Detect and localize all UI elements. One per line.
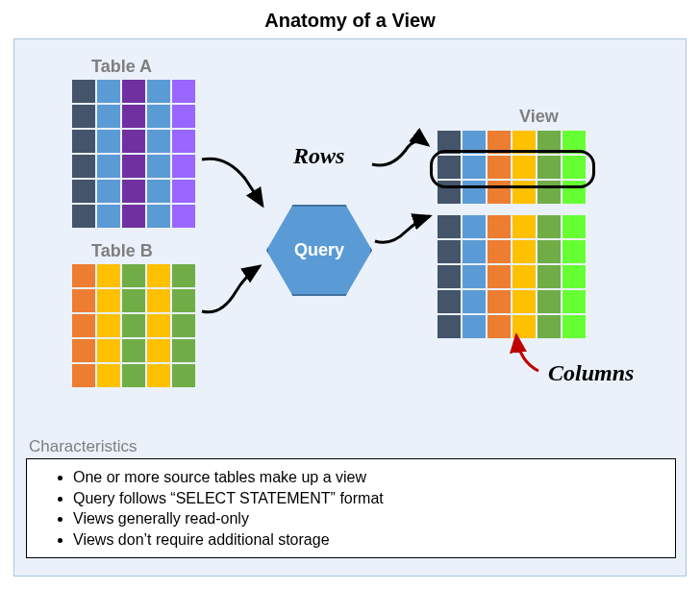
- grid-cell: [562, 240, 586, 263]
- arrow-query-to-view: [372, 212, 439, 260]
- grid-cell: [97, 339, 120, 362]
- grid-cell: [562, 315, 586, 338]
- grid-cell: [97, 264, 120, 287]
- grid-cell: [122, 105, 145, 128]
- grid-cell: [172, 264, 195, 287]
- grid-cell: [72, 105, 95, 128]
- characteristics-item: Views don’t require additional storage: [73, 529, 648, 551]
- grid-cell: [97, 289, 120, 312]
- grid-cell: [147, 105, 170, 128]
- columns-annotation: Columns: [548, 360, 634, 386]
- grid-cell: [122, 264, 145, 287]
- grid-cell: [72, 339, 95, 362]
- grid-cell: [172, 205, 195, 228]
- grid-cell: [147, 205, 170, 228]
- characteristics-box: One or more source tables make up a view…: [26, 458, 676, 558]
- grid-cell: [72, 264, 95, 287]
- arrow-table-b-to-query: [197, 258, 274, 326]
- grid-cell: [97, 205, 120, 228]
- grid-cell: [147, 180, 170, 203]
- grid-cell: [97, 80, 120, 103]
- characteristics-item: One or more source tables make up a view: [73, 467, 648, 488]
- grid-cell: [72, 205, 95, 228]
- grid-cell: [97, 155, 120, 178]
- grid-cell: [72, 155, 95, 178]
- diagram-container: Table A Table B Query View Rows Columns …: [13, 38, 687, 577]
- grid-cell: [97, 105, 120, 128]
- table-a-grid: [72, 80, 195, 228]
- grid-cell: [147, 130, 170, 153]
- grid-cell: [562, 215, 586, 238]
- grid-cell: [562, 290, 586, 313]
- grid-cell: [122, 80, 145, 103]
- grid-cell: [488, 265, 511, 288]
- grid-cell: [122, 289, 145, 312]
- grid-cell: [72, 80, 95, 103]
- grid-cell: [512, 290, 536, 313]
- grid-cell: [462, 265, 486, 288]
- arrow-rows-to-view: [367, 121, 444, 179]
- grid-cell: [538, 240, 561, 263]
- grid-cell: [538, 265, 561, 288]
- grid-cell: [562, 265, 586, 288]
- query-label: Query: [294, 240, 344, 260]
- grid-cell: [462, 315, 486, 338]
- grid-cell: [438, 215, 461, 238]
- characteristics-label: Characteristics: [29, 437, 137, 456]
- table-b-label: Table B: [91, 241, 153, 261]
- grid-cell: [512, 265, 536, 288]
- grid-cell: [172, 180, 195, 203]
- grid-cell: [147, 264, 170, 287]
- grid-cell: [538, 290, 561, 313]
- arrow-table-a-to-query: [197, 150, 274, 227]
- grid-cell: [72, 289, 95, 312]
- grid-cell: [512, 240, 536, 263]
- grid-cell: [538, 215, 561, 238]
- grid-cell: [172, 364, 195, 387]
- grid-cell: [72, 314, 95, 337]
- table-b-grid: [72, 264, 195, 387]
- grid-cell: [147, 155, 170, 178]
- grid-cell: [97, 180, 120, 203]
- grid-cell: [122, 339, 145, 362]
- grid-cell: [438, 265, 461, 288]
- grid-cell: [438, 315, 461, 338]
- grid-cell: [147, 289, 170, 312]
- grid-cell: [72, 130, 95, 153]
- grid-cell: [488, 240, 511, 263]
- diagram-title: Anatomy of a View: [0, 0, 700, 37]
- grid-cell: [147, 80, 170, 103]
- grid-cell: [172, 105, 195, 128]
- grid-cell: [438, 240, 461, 263]
- grid-cell: [122, 155, 145, 178]
- grid-cell: [72, 180, 95, 203]
- grid-cell: [72, 364, 95, 387]
- characteristics-list: One or more source tables make up a view…: [73, 467, 648, 550]
- grid-cell: [462, 290, 486, 313]
- grid-cell: [438, 290, 461, 313]
- grid-cell: [172, 289, 195, 312]
- grid-cell: [172, 80, 195, 103]
- table-a-label: Table A: [91, 57, 152, 77]
- grid-cell: [462, 240, 486, 263]
- characteristics-item: Query follows “SELECT STATEMENT” format: [73, 488, 648, 509]
- grid-cell: [122, 180, 145, 203]
- grid-cell: [462, 215, 486, 238]
- query-hexagon: Query: [266, 205, 372, 296]
- grid-cell: [172, 155, 195, 178]
- grid-cell: [97, 364, 120, 387]
- characteristics-item: Views generally read-only: [73, 508, 648, 529]
- rows-annotation: Rows: [293, 143, 344, 169]
- arrow-columns: [505, 328, 553, 376]
- grid-cell: [147, 339, 170, 362]
- grid-cell: [122, 205, 145, 228]
- view-label: View: [519, 107, 559, 127]
- grid-cell: [172, 130, 195, 153]
- grid-cell: [147, 364, 170, 387]
- rows-highlight: [430, 150, 595, 188]
- grid-cell: [97, 314, 120, 337]
- grid-cell: [488, 215, 511, 238]
- grid-cell: [147, 314, 170, 337]
- grid-cell: [172, 339, 195, 362]
- grid-cell: [172, 314, 195, 337]
